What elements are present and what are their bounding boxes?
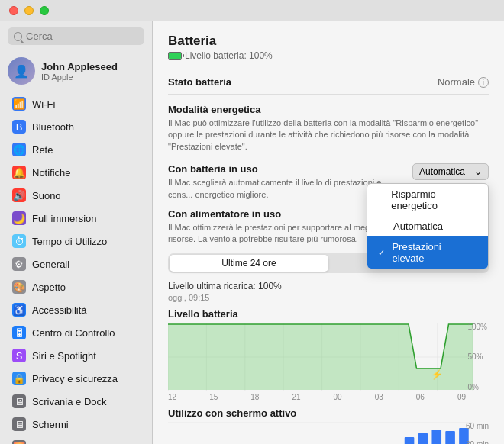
dropdown-item-prestazioni[interactable]: ✓ Prestazioni elevate <box>367 236 488 269</box>
y-label-50: 50% <box>467 352 487 361</box>
user-subtitle: ID Apple <box>41 72 118 82</box>
avatar: 👤 <box>8 57 35 85</box>
battery-chart-svg: ⚡ <box>168 323 489 391</box>
search-box[interactable] <box>8 27 144 45</box>
con-batteria-select[interactable]: Automatica ⌄ <box>412 163 489 180</box>
notifiche-icon: 🔔 <box>12 166 26 179</box>
minimize-button[interactable] <box>24 6 34 15</box>
svg-text:⚡: ⚡ <box>431 368 443 381</box>
sidebar-item-schermi[interactable]: 🖥 Schermi <box>5 413 147 435</box>
wifi-label: Wi-Fi <box>32 98 55 110</box>
sidebar-item-siri[interactable]: S Siri e Spotlight <box>5 345 147 366</box>
privacy-icon: 🔒 <box>12 372 26 385</box>
scrivania-label: Scrivania e Dock <box>32 396 107 407</box>
maximize-button[interactable] <box>40 6 49 15</box>
generali-label: Generali <box>32 259 69 270</box>
usage-chart-svg <box>168 422 489 444</box>
user-section[interactable]: 👤 John Appleseed ID Apple <box>0 51 152 91</box>
notifiche-label: Notifiche <box>32 167 71 179</box>
battery-chart-area: ⚡ 100% 50% 0% <box>168 323 489 391</box>
bluetooth-icon: B <box>12 120 26 134</box>
generali-icon: ⚙ <box>12 257 26 271</box>
control-label: Centro di Controllo <box>32 327 115 339</box>
batteria-dropdown-container: Automatica ⌄ Risparmio energetico Automa… <box>412 163 489 180</box>
info-icon[interactable]: i <box>478 77 489 88</box>
aspetto-icon: 🎨 <box>12 280 26 294</box>
access-icon: ♿ <box>12 303 26 317</box>
x-label: 15 <box>209 393 218 401</box>
tempo-icon: ⏱ <box>12 234 26 248</box>
title-bar <box>0 0 504 21</box>
tab-24h[interactable]: Ultime 24 ore <box>170 255 328 272</box>
focus-icon: 🌙 <box>12 211 26 225</box>
dropdown-item-label: Risparmio energetico <box>391 188 467 211</box>
usage-section: Utilizzo con schermo attivo 60 min 30 mi… <box>168 407 489 444</box>
user-name: John Appleseed <box>41 61 118 72</box>
chevron-down-icon: ⌄ <box>474 166 482 177</box>
sidebar-item-access[interactable]: ♿ Accessibilità <box>5 299 147 320</box>
sidebar-item-focus[interactable]: 🌙 Full immersion <box>5 208 147 229</box>
usage-chart-area: 60 min 30 min 0 min <box>168 422 489 444</box>
y-label-30: 30 min <box>466 440 489 444</box>
battery-icon-small <box>168 52 182 60</box>
sidebar-item-suono[interactable]: 🔊 Suono <box>5 185 147 206</box>
aspetto-label: Aspetto <box>32 282 66 293</box>
dropdown-item-label: Automatica <box>393 220 443 232</box>
x-label: 03 <box>375 393 383 401</box>
wifi-icon: 📶 <box>12 97 26 111</box>
sidebar-item-scrivania[interactable]: 🖥 Scrivania e Dock <box>5 391 147 412</box>
suono-label: Suono <box>32 190 61 201</box>
dropdown-item-label: Prestazioni elevate <box>392 241 467 264</box>
siri-label: Siri e Spotlight <box>32 350 96 362</box>
access-label: Accessibilità <box>32 304 87 316</box>
sidebar-item-aspetto[interactable]: 🎨 Aspetto <box>5 276 147 298</box>
sidebar-item-sfondo[interactable]: 🌅 Sfondo <box>5 436 147 444</box>
suono-icon: 🔊 <box>12 188 26 202</box>
sidebar-item-rete[interactable]: 🌐 Rete <box>5 139 147 160</box>
x-label: 12 <box>168 393 176 401</box>
sfondo-icon: 🌅 <box>12 440 26 444</box>
sidebar: 👤 John Appleseed ID Apple 📶 Wi-Fi B Blue… <box>0 21 153 444</box>
con-batteria-title: Con batteria in uso <box>168 163 405 175</box>
y-label-100: 100% <box>467 323 487 331</box>
modalita-section: Modalità energetica Il Mac può ottimizza… <box>168 104 489 153</box>
dropdown-item-risparmio[interactable]: Risparmio energetico <box>367 184 488 216</box>
dropdown-menu: Risparmio energetico Automatica ✓ Presta… <box>367 183 489 269</box>
chart-y-labels: 100% 50% 0% <box>467 323 489 391</box>
content-area: Batteria Livello batteria: 100% Stato ba… <box>153 21 504 444</box>
focus-label: Full immersion <box>32 213 97 224</box>
svg-rect-16 <box>405 437 415 444</box>
x-label: 18 <box>250 393 259 401</box>
schermi-icon: 🖥 <box>12 417 26 431</box>
sidebar-item-control[interactable]: 🎛 Centro di Controllo <box>5 322 147 343</box>
control-icon: 🎛 <box>12 326 26 339</box>
battery-level-text: Livello batteria: 100% <box>185 50 273 61</box>
dropdown-item-automatica[interactable]: Automatica <box>367 216 488 236</box>
charge-time-text: oggi, 09:15 <box>168 293 489 302</box>
privacy-label: Privacy e sicurezza <box>32 373 118 384</box>
sidebar-item-wifi[interactable]: 📶 Wi-Fi <box>5 93 147 114</box>
battery-chart-section: Livello batteria <box>168 308 489 401</box>
batteria-in-uso-row: Con batteria in uso Il Mac sceglierà aut… <box>168 163 489 201</box>
svg-rect-18 <box>431 430 441 444</box>
con-batteria-value: Automatica <box>419 166 465 177</box>
sidebar-item-notifiche[interactable]: 🔔 Notifiche <box>5 162 147 183</box>
modalita-title: Modalità energetica <box>168 104 489 115</box>
stato-row: Stato batteria Normale i <box>168 70 489 95</box>
sidebar-item-bluetooth[interactable]: B Bluetooth <box>5 116 147 137</box>
search-input[interactable] <box>26 31 138 42</box>
battery-chart-title: Livello batteria <box>168 308 489 320</box>
sidebar-item-tempo[interactable]: ⏱ Tempo di Utilizzo <box>5 230 147 252</box>
scrivania-icon: 🖥 <box>12 394 26 408</box>
stato-value: Normale i <box>438 76 489 88</box>
charge-level-text: Livello ultima ricarica: 100% <box>168 281 489 291</box>
close-button[interactable] <box>9 6 18 15</box>
tempo-label: Tempo di Utilizzo <box>32 236 107 247</box>
rete-label: Rete <box>32 144 53 156</box>
sfondo-label: Sfondo <box>32 442 63 445</box>
sidebar-item-generali[interactable]: ⚙ Generali <box>5 253 147 275</box>
check-icon: ✓ <box>378 248 387 258</box>
sidebar-item-privacy[interactable]: 🔒 Privacy e sicurezza <box>5 368 147 389</box>
search-icon <box>14 32 22 41</box>
schermi-label: Schermi <box>32 419 69 430</box>
